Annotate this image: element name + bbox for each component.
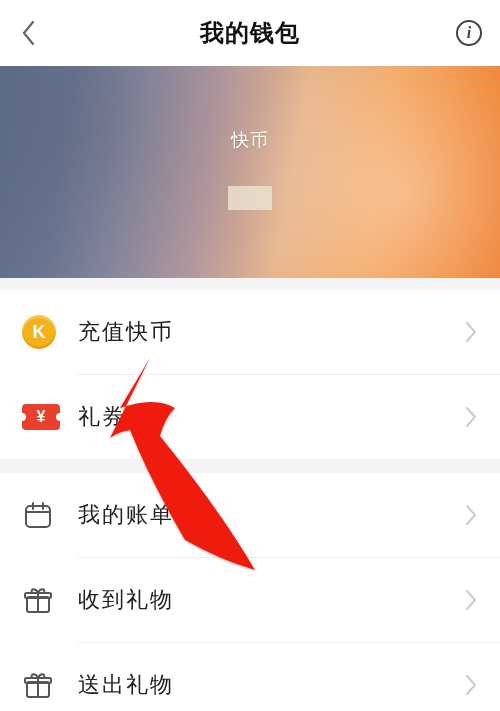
chevron-right-icon bbox=[464, 320, 478, 344]
info-icon: i bbox=[467, 25, 471, 41]
row-bill[interactable]: 我的账单 bbox=[0, 473, 500, 557]
chevron-right-icon bbox=[464, 405, 478, 429]
chevron-right-icon bbox=[464, 503, 478, 527]
row-label: 充值快币 bbox=[78, 317, 464, 347]
row-label: 收到礼物 bbox=[78, 585, 464, 615]
menu-list: K 充值快币 ¥ 礼券 我的账单 bbox=[0, 290, 500, 711]
svg-rect-0 bbox=[26, 506, 50, 527]
chevron-right-icon bbox=[464, 673, 478, 697]
row-gifts-sent[interactable]: 送出礼物 bbox=[0, 643, 500, 711]
chevron-right-icon bbox=[464, 588, 478, 612]
balance-banner: 快币 bbox=[0, 66, 500, 278]
currency-label: 快币 bbox=[231, 128, 269, 152]
row-gifts-received[interactable]: 收到礼物 bbox=[0, 558, 500, 642]
row-label: 礼券 bbox=[78, 402, 464, 432]
back-button[interactable] bbox=[14, 18, 44, 48]
gift-icon bbox=[22, 584, 54, 616]
info-button[interactable]: i bbox=[456, 20, 482, 46]
coin-icon: K bbox=[22, 315, 56, 349]
row-label: 我的账单 bbox=[78, 500, 464, 530]
balance-censored bbox=[228, 186, 272, 210]
section-gap bbox=[0, 459, 500, 473]
section-gap bbox=[0, 278, 500, 290]
row-recharge[interactable]: K 充值快币 bbox=[0, 290, 500, 374]
row-coupon[interactable]: ¥ 礼券 bbox=[0, 375, 500, 459]
header-bar: 我的钱包 i bbox=[0, 0, 500, 66]
page-title: 我的钱包 bbox=[200, 17, 300, 49]
gift-icon bbox=[22, 669, 54, 701]
calendar-icon bbox=[22, 499, 54, 531]
row-label: 送出礼物 bbox=[78, 670, 464, 700]
chevron-left-icon bbox=[21, 20, 37, 46]
ticket-icon: ¥ bbox=[22, 404, 60, 430]
